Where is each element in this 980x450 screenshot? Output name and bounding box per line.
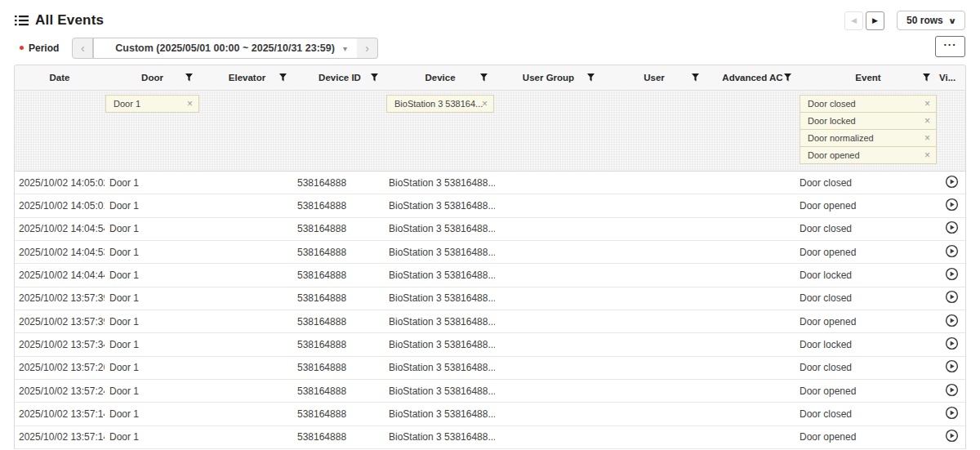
cell-door: Door 1 bbox=[105, 194, 200, 216]
filter-cell: BioStation 3 538164... × bbox=[385, 95, 495, 113]
cell-device: BioStation 3 53816488... bbox=[385, 172, 495, 194]
video-play-button[interactable] bbox=[945, 336, 959, 353]
chevron-right-icon: › bbox=[365, 42, 369, 55]
column-header[interactable]: Device bbox=[385, 65, 495, 90]
cell-device-id: 538164888 bbox=[294, 241, 385, 263]
cell-advanced-ac bbox=[706, 380, 799, 402]
close-icon[interactable]: × bbox=[924, 116, 930, 126]
close-icon[interactable]: × bbox=[924, 150, 930, 160]
video-play-button[interactable] bbox=[945, 314, 959, 330]
cell-door: Door 1 bbox=[105, 380, 200, 402]
filter-chip-label: Door opened bbox=[808, 150, 860, 160]
cell-device-id: 538164888 bbox=[294, 310, 385, 332]
column-header[interactable]: Door bbox=[105, 65, 200, 90]
column-header-label: Elevator bbox=[229, 73, 265, 82]
cell-video bbox=[938, 194, 965, 216]
cell-elevator bbox=[200, 264, 294, 286]
chevron-left-icon: ‹ bbox=[81, 42, 85, 55]
cell-device: BioStation 3 53816488... bbox=[385, 194, 495, 216]
cell-user-group bbox=[495, 264, 602, 286]
cell-event: Door opened bbox=[799, 426, 938, 448]
period-prev-button[interactable]: ‹ bbox=[72, 38, 93, 59]
video-play-button[interactable] bbox=[945, 198, 959, 214]
table-row: 2025/10/02 14:04:44 Door 1 538164888 Bio… bbox=[15, 264, 965, 287]
cell-event: Door locked bbox=[799, 333, 938, 355]
period-control: ‹ Custom (2025/05/01 00:00 ~ 2025/10/31 … bbox=[72, 38, 378, 59]
cell-device: BioStation 3 53816488... bbox=[385, 287, 495, 310]
cell-advanced-ac bbox=[706, 287, 799, 310]
video-play-button[interactable] bbox=[945, 244, 959, 261]
cell-date: 2025/10/02 13:57:14 bbox=[15, 403, 105, 425]
cell-advanced-ac bbox=[706, 426, 799, 448]
cell-event: Door opened bbox=[799, 310, 938, 332]
cell-door: Door 1 bbox=[105, 264, 200, 286]
column-header[interactable]: User Group bbox=[495, 65, 602, 90]
top-bar: All Events ◀ ▶ 50 rows ∨ bbox=[0, 0, 980, 31]
filter-funnel-icon[interactable] bbox=[692, 74, 699, 82]
required-dot bbox=[20, 46, 24, 50]
table-row: 2025/10/02 13:57:24 Door 1 538164888 Bio… bbox=[15, 380, 965, 403]
cell-advanced-ac bbox=[706, 194, 799, 216]
cell-user bbox=[602, 172, 706, 194]
cell-event: Door closed bbox=[799, 172, 938, 194]
period-next-button[interactable]: › bbox=[357, 38, 378, 59]
video-play-button[interactable] bbox=[945, 267, 959, 283]
cell-device-id: 538164888 bbox=[294, 333, 385, 355]
filter-funnel-icon[interactable] bbox=[279, 74, 287, 82]
column-header[interactable]: Device ID bbox=[294, 65, 385, 90]
cell-elevator bbox=[200, 380, 294, 402]
prev-page-button[interactable]: ◀ bbox=[844, 11, 863, 30]
column-header-label: Vi... bbox=[939, 73, 956, 82]
cell-elevator bbox=[200, 194, 294, 216]
list-icon bbox=[15, 15, 29, 26]
cell-date: 2025/10/02 14:04:53 bbox=[15, 241, 105, 263]
cell-event: Door closed bbox=[799, 287, 938, 310]
filter-funnel-icon[interactable] bbox=[185, 74, 193, 82]
more-options-button[interactable]: ··· bbox=[935, 36, 965, 57]
video-play-button[interactable] bbox=[945, 221, 959, 237]
filter-funnel-icon[interactable] bbox=[371, 74, 378, 82]
cell-device: BioStation 3 53816488... bbox=[385, 380, 495, 402]
close-icon[interactable]: × bbox=[924, 99, 930, 109]
filter-funnel-icon[interactable] bbox=[784, 74, 791, 82]
column-header[interactable]: Vi... bbox=[938, 65, 965, 90]
rows-per-page-select[interactable]: 50 rows ∨ bbox=[897, 11, 965, 30]
video-play-button[interactable] bbox=[945, 429, 959, 445]
filter-funnel-icon[interactable] bbox=[923, 74, 930, 82]
cell-video bbox=[938, 241, 965, 263]
video-play-button[interactable] bbox=[945, 383, 959, 399]
cell-device: BioStation 3 53816488... bbox=[385, 241, 495, 263]
cell-device-id: 538164888 bbox=[294, 426, 385, 448]
cell-device-id: 538164888 bbox=[294, 172, 385, 194]
column-header[interactable]: Event bbox=[799, 65, 938, 90]
video-play-button[interactable] bbox=[945, 359, 959, 376]
table-row: 2025/10/02 13:57:26 Door 1 538164888 Bio… bbox=[15, 357, 965, 380]
cell-video bbox=[938, 426, 965, 448]
column-header-label: Device bbox=[425, 73, 455, 82]
column-header[interactable]: Date bbox=[15, 65, 105, 90]
video-play-button[interactable] bbox=[945, 175, 959, 191]
video-play-button[interactable] bbox=[945, 290, 959, 306]
next-page-button[interactable]: ▶ bbox=[866, 11, 884, 30]
close-icon[interactable]: × bbox=[924, 133, 930, 143]
column-header[interactable]: User bbox=[602, 65, 706, 90]
column-header[interactable]: Elevator bbox=[200, 65, 294, 90]
video-play-button[interactable] bbox=[945, 406, 959, 422]
cell-elevator bbox=[200, 333, 294, 355]
filter-funnel-icon[interactable] bbox=[480, 74, 488, 82]
period-select[interactable]: Custom (2025/05/01 00:00 ~ 2025/10/31 23… bbox=[93, 38, 357, 59]
filter-chip: Door 1 × bbox=[105, 95, 199, 113]
filter-funnel-icon[interactable] bbox=[587, 74, 595, 82]
cell-user bbox=[602, 426, 706, 448]
cell-door: Door 1 bbox=[105, 218, 200, 240]
column-header[interactable]: Advanced AC bbox=[706, 65, 799, 90]
cell-device-id: 538164888 bbox=[294, 218, 385, 240]
close-icon[interactable]: × bbox=[187, 99, 193, 109]
cell-device: BioStation 3 53816488... bbox=[385, 264, 495, 286]
close-icon[interactable]: × bbox=[482, 99, 488, 109]
column-header-label: User Group bbox=[523, 73, 574, 82]
cell-device: BioStation 3 53816488... bbox=[385, 357, 495, 379]
cell-date: 2025/10/02 13:57:14 bbox=[15, 426, 105, 448]
table-row: 2025/10/02 13:57:34 Door 1 538164888 Bio… bbox=[15, 333, 965, 356]
cell-user-group bbox=[495, 380, 602, 402]
